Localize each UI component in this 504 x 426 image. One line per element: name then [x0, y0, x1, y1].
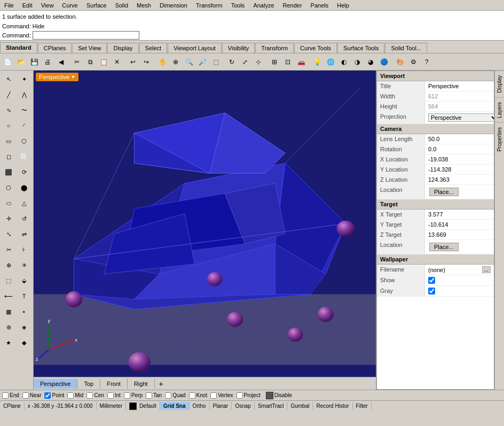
- osnap-near-checkbox[interactable]: [22, 392, 29, 399]
- vp-tab-perspective[interactable]: Perspective: [34, 379, 77, 389]
- menu-help[interactable]: Help: [333, 1, 353, 10]
- menu-surface[interactable]: Surface: [82, 1, 111, 10]
- lt-arc[interactable]: ◜: [17, 118, 32, 133]
- lt-scale-tool[interactable]: ⤡: [1, 227, 16, 242]
- lt-line[interactable]: ╱: [1, 87, 16, 102]
- tb-paste[interactable]: 📋: [97, 56, 110, 68]
- gray-checkbox[interactable]: [428, 288, 435, 295]
- tb-color[interactable]: 🎨: [393, 56, 406, 68]
- osnap-tan-checkbox[interactable]: [146, 392, 152, 399]
- osnap-vertex-checkbox[interactable]: [210, 392, 217, 399]
- lt-plane[interactable]: ⬜: [17, 149, 32, 164]
- sb-osnap[interactable]: Osnap: [232, 402, 254, 410]
- tab-cplanes[interactable]: CPlanes: [38, 43, 72, 53]
- tb-cut[interactable]: ✂: [70, 56, 83, 68]
- lt-mirror[interactable]: ⇌: [17, 227, 32, 242]
- menu-analyze[interactable]: Analyze: [249, 1, 278, 10]
- lt-polyline[interactable]: ⋀: [17, 87, 32, 102]
- lt-box[interactable]: ⬡: [1, 180, 16, 195]
- tb-print[interactable]: 🖨: [41, 56, 54, 68]
- menu-dimension[interactable]: Dimension: [155, 1, 192, 10]
- tb-pan[interactable]: ✋: [156, 56, 169, 68]
- lt-block[interactable]: ▪: [17, 304, 32, 319]
- side-tab-layers[interactable]: Layers: [495, 97, 504, 122]
- menu-panels[interactable]: Panels: [306, 1, 333, 10]
- lt-gumball[interactable]: ⊛: [1, 320, 16, 335]
- lt-surface[interactable]: ◻: [1, 149, 16, 164]
- sb-planar[interactable]: Planar: [210, 402, 232, 410]
- lt-curve[interactable]: ∿: [1, 103, 16, 118]
- tb-help[interactable]: ?: [420, 56, 433, 68]
- osnap-point-checkbox[interactable]: [44, 392, 51, 399]
- sb-ortho[interactable]: Ortho: [190, 402, 210, 410]
- lt-group[interactable]: ⬚: [1, 273, 16, 288]
- menu-transform[interactable]: Transform: [192, 1, 227, 10]
- menu-view[interactable]: View: [37, 1, 58, 10]
- vp-tab-right[interactable]: Right: [128, 379, 155, 389]
- sb-gumbal[interactable]: Gumbal: [287, 402, 313, 410]
- osnap-project[interactable]: Project: [237, 392, 261, 399]
- lt-explode[interactable]: ✳: [17, 258, 32, 273]
- lt-polygon[interactable]: ⬡: [17, 134, 32, 149]
- lt-select[interactable]: ↖: [1, 72, 16, 87]
- tb-render5[interactable]: ◕: [364, 56, 377, 68]
- tb-snap[interactable]: ⊡: [281, 56, 294, 68]
- viewport-main[interactable]: x y z Perspective ▼: [34, 71, 376, 377]
- lt-rotate-tool[interactable]: ↺: [17, 211, 32, 226]
- osnap-near[interactable]: Near: [22, 392, 42, 399]
- osnap-tan[interactable]: Tan: [146, 392, 162, 399]
- osnap-knot[interactable]: Knot: [189, 392, 208, 399]
- lt-dim[interactable]: ⟵: [1, 289, 16, 304]
- lt-freeform[interactable]: 〜: [17, 103, 32, 118]
- tb-render3[interactable]: ◐: [337, 56, 350, 68]
- tb-grid[interactable]: ⊞: [268, 56, 281, 68]
- osnap-quad[interactable]: Quad: [165, 392, 185, 399]
- tb-new[interactable]: 📄: [1, 56, 14, 68]
- tb-zoom-window[interactable]: ⬚: [209, 56, 222, 68]
- vp-tab-add[interactable]: +: [155, 378, 168, 390]
- filename-browse-button[interactable]: ...: [482, 266, 491, 273]
- tb-copy[interactable]: ⧉: [84, 56, 97, 68]
- tb-settings[interactable]: ⚙: [407, 56, 420, 68]
- osnap-cen[interactable]: Cen: [86, 392, 104, 399]
- menu-edit[interactable]: Edit: [18, 1, 37, 10]
- tab-transform[interactable]: Transform: [255, 43, 294, 53]
- lt-ungroup[interactable]: ⬙: [17, 273, 32, 288]
- lt-text[interactable]: T: [17, 289, 32, 304]
- tab-standard[interactable]: Standard: [0, 42, 37, 53]
- tb-redo[interactable]: ↪: [140, 56, 153, 68]
- tb-rotate[interactable]: ↻: [225, 56, 238, 68]
- tb-undo[interactable]: ↩: [127, 56, 139, 68]
- osnap-perp[interactable]: Perp: [124, 392, 143, 399]
- osnap-perp-checkbox[interactable]: [124, 392, 130, 399]
- tab-select[interactable]: Select: [139, 43, 168, 53]
- menu-tools[interactable]: Tools: [227, 1, 249, 10]
- side-tab-properties[interactable]: Properties: [495, 122, 504, 156]
- osnap-cen-checkbox[interactable]: [86, 392, 93, 399]
- lt-rectangle[interactable]: ▭: [1, 134, 16, 149]
- lt-sphere[interactable]: ⬤: [17, 180, 32, 195]
- osnap-knot-checkbox[interactable]: [189, 392, 195, 399]
- tab-visibility[interactable]: Visibility: [222, 43, 255, 53]
- lt-trim[interactable]: ✂: [1, 242, 16, 257]
- lt-split[interactable]: ⊦: [17, 242, 32, 257]
- lt-revolve[interactable]: ⟳: [17, 165, 32, 180]
- tb-scale[interactable]: ⤢: [239, 56, 251, 68]
- lt-render-btn[interactable]: ★: [1, 335, 16, 350]
- vp-tab-top[interactable]: Top: [77, 379, 100, 389]
- tab-viewportlayout[interactable]: Viewport Layout: [168, 43, 222, 53]
- tb-zoom-extent[interactable]: ⊕: [169, 56, 182, 68]
- tb-open[interactable]: 📂: [14, 56, 27, 68]
- tb-delete[interactable]: ✕: [111, 56, 123, 68]
- osnap-int[interactable]: Int: [107, 392, 121, 399]
- menu-mesh[interactable]: Mesh: [132, 1, 155, 10]
- tab-solidtools[interactable]: Solid Tool...: [385, 43, 427, 53]
- show-checkbox[interactable]: [428, 277, 435, 284]
- menu-file[interactable]: File: [0, 1, 18, 10]
- tab-setview[interactable]: Set View: [72, 43, 107, 53]
- menu-render[interactable]: Render: [279, 1, 306, 10]
- tb-save[interactable]: 💾: [28, 56, 41, 68]
- camera-place-button[interactable]: Place...: [429, 188, 459, 196]
- tb-car[interactable]: 🚗: [295, 56, 308, 68]
- osnap-mid[interactable]: Mid: [67, 392, 83, 399]
